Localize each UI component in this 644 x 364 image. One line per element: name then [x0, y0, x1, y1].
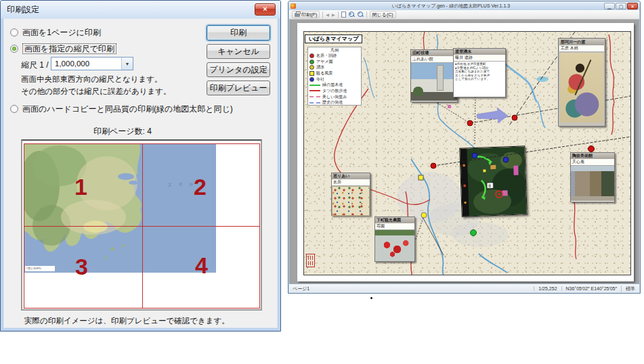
radio-print-at-scale[interactable]: 画面を指定の縮尺で印刷: [10, 43, 116, 54]
legend-item: アヤメ園: [309, 59, 360, 65]
photo-modern-building: [571, 166, 614, 201]
paper-page: B: [297, 23, 634, 281]
printed-map: B: [303, 31, 631, 275]
status-coordinates: N36°05′02″ E140°25′05″: [561, 286, 621, 291]
print-button[interactable]: 印刷: [207, 25, 270, 41]
window-title: いばらきマイマップ.gen - 緑の地図太郎PLUS Ver.1.1.3: [298, 3, 604, 9]
page-split-preview: 太 平 洋 ©国土地理院 1 2 3 4: [21, 139, 262, 311]
legend-item: 寺社: [309, 76, 360, 83]
printer-icon: [295, 13, 300, 17]
blue-dash-icon: [309, 102, 320, 104]
scale-value: 1,000,000: [51, 60, 121, 68]
blue-dot-icon: [309, 77, 314, 82]
page-number-3: 3: [75, 255, 88, 278]
radio-print-one-page[interactable]: 画面を1ページに印刷: [10, 28, 101, 37]
status-scale: 1/25,252: [534, 286, 561, 291]
zoom-in-icon[interactable]: +: [349, 12, 355, 18]
dialog-title: 印刷設定: [7, 4, 39, 16]
preview-toolbar: 印刷(P) ◀ ▶ + − 閉じる(C): [289, 10, 639, 20]
radio-label[interactable]: 画面のハードコピーと同品質の印刷(緑の地図太郎と同じ): [22, 104, 233, 114]
preview-hint: 実際の印刷イメージは、印刷プレビューで確認できます。: [24, 316, 230, 326]
radio-circle-selected[interactable]: [10, 45, 18, 53]
blue-marker: [472, 153, 477, 158]
red-marker: [512, 115, 517, 120]
route-arrow: [477, 108, 508, 123]
print-preview-button[interactable]: 印刷プレビュー: [207, 81, 270, 95]
legend-item: 観る風景: [309, 70, 360, 76]
pink-dash-icon: [309, 96, 320, 97]
scale-combobox[interactable]: 1,000,000 ▼: [51, 57, 133, 70]
red-marker: [467, 120, 473, 126]
map-thumbnail: 太 平 洋: [24, 144, 216, 273]
radio-circle[interactable]: [10, 105, 18, 113]
minimize-button[interactable]: ▁: [604, 3, 615, 9]
blue-marker: [503, 157, 509, 162]
print-settings-dialog: 印刷設定 × 画面を1ページに印刷 画面を指定の縮尺で印刷 縮尺 1 / 1,0…: [0, 0, 281, 332]
map-title: いばらきマイマップ: [305, 35, 362, 43]
window-title-bar[interactable]: いばらきマイマップ.gen - 緑の地図太郎PLUS Ver.1.1.3 ▁ ▢…: [288, 1, 640, 10]
dialog-close-button[interactable]: ×: [255, 3, 276, 16]
cancel-button[interactable]: キャンセル: [207, 44, 270, 59]
legend-item: 美しい街並み: [309, 94, 360, 100]
page-number-4: 4: [195, 254, 208, 277]
printer-setup-button[interactable]: プリンタの設定: [207, 62, 270, 77]
sea-label: 太 平 洋: [168, 182, 196, 187]
toolbar-separator: [366, 12, 367, 18]
radio-circle[interactable]: [10, 28, 18, 37]
page-number-2: 2: [194, 175, 207, 198]
toolbar-separator: [338, 12, 339, 18]
map-preview-window: いばらきマイマップ.gen - 緑の地図太郎PLUS Ver.1.1.3 ▁ ▢…: [288, 1, 641, 294]
radio-label[interactable]: 画面を1ページに印刷: [22, 28, 101, 37]
close-icon: ×: [628, 3, 637, 9]
yellow-marker: [421, 212, 427, 218]
toolbar-close-button[interactable]: 閉じる(C): [370, 11, 396, 18]
photo-building-tower: [411, 63, 457, 101]
red-marker: [588, 146, 595, 152]
status-page: ページ1: [289, 286, 534, 292]
window-close-button[interactable]: ×: [627, 3, 638, 9]
toolbar-separator: [322, 12, 323, 18]
grid-horizontal-line: [24, 226, 259, 227]
red-seal-stamp: [306, 254, 315, 267]
app-icon: [291, 3, 296, 9]
green-line-icon: [309, 85, 320, 86]
callout-hall: 旧町役場 ふれあい館: [410, 49, 458, 102]
legend-item: 名所・旧跡: [309, 53, 360, 59]
callout-farm: 下町観光農園 苺園: [374, 217, 415, 262]
legend-item: 緑の並木道: [309, 82, 360, 88]
zoom-out-icon[interactable]: −: [358, 12, 364, 18]
chevron-down-icon[interactable]: ▼: [121, 58, 133, 70]
maximize-button[interactable]: ▢: [616, 3, 626, 9]
prev-page-button[interactable]: ◀: [326, 12, 329, 17]
page-number-1: 1: [74, 175, 87, 198]
next-page-button[interactable]: ▶: [332, 12, 335, 17]
scale-label: 縮尺 1 /: [21, 60, 49, 71]
radio-hardcopy-quality[interactable]: 画面のハードコピーと同品質の印刷(緑の地図太郎と同じ): [10, 104, 233, 114]
print-page-count: 印刷ページ数: 4: [4, 126, 241, 137]
callout-spring: 渡里湧水 曝井 遺跡 ●所在地 水戸市渡里町 ●常磐道水戸ICより15分 万葉集…: [453, 48, 506, 97]
callout-poster: 巡りあい 名所: [331, 173, 370, 216]
red-line-icon: [309, 90, 320, 91]
radio-label[interactable]: 画面を指定の縮尺で印刷: [22, 43, 116, 54]
photo-strawberries: [375, 230, 414, 261]
dialog-title-bar[interactable]: 印刷設定: [1, 1, 280, 18]
legend-item: タツの散歩道: [309, 88, 360, 94]
red-dot-icon: [309, 53, 314, 58]
toolbar-print-button[interactable]: 印刷(P): [292, 11, 320, 18]
green-dot-icon: [309, 60, 314, 64]
illustrated-map-image: [332, 186, 370, 216]
yellow-square-icon: [309, 71, 314, 76]
scale-note-2: その他の部分では縮尺に誤差があります。: [21, 87, 171, 97]
desktop: 印刷設定 × 画面を1ページに印刷 画面を指定の縮尺で印刷 縮尺 1 / 1,0…: [0, 0, 644, 364]
green-marker: [471, 230, 477, 236]
map-legend: 凡例 名所・旧跡 アヤメ園 湧水 観る風景 寺社 緑の並木道 タツの散歩道 美し…: [307, 47, 362, 106]
page-grid: 太 平 洋 ©国土地理院 1 2 3 4: [24, 143, 260, 309]
yellow-square-marker: [418, 175, 423, 180]
close-icon: ×: [263, 5, 267, 13]
single-page-icon[interactable]: [341, 12, 346, 18]
callout-craft: 那珂川一の渡 工房 木精: [558, 38, 605, 127]
callout-museum: 陶芸美術館 天心庵: [570, 152, 615, 202]
red-marker: [431, 163, 436, 168]
legend-item: 湧水: [309, 64, 360, 70]
scale-note-1: 画面中央部東西方向の縮尺となります。: [21, 74, 163, 85]
